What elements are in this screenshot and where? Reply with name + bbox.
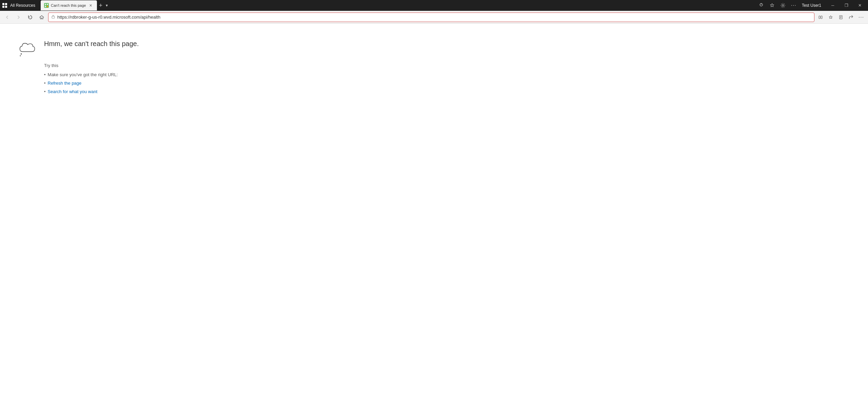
svg-point-9 [20, 53, 21, 55]
user-label: Test User1 [800, 3, 823, 8]
list-item-refresh: Refresh the page [44, 81, 186, 86]
forward-button[interactable] [14, 12, 24, 22]
refresh-button[interactable] [25, 12, 35, 22]
read-view-button[interactable] [816, 13, 825, 22]
svg-rect-8 [821, 16, 822, 19]
home-button[interactable] [37, 12, 47, 22]
tab-dropdown-button[interactable]: ▾ [104, 3, 109, 8]
error-subtitle: Try this [44, 63, 186, 68]
address-bar[interactable] [48, 13, 814, 22]
back-button[interactable] [2, 12, 12, 22]
share-button[interactable] [846, 13, 856, 22]
minimize-button[interactable]: ─ [826, 0, 840, 11]
title-bar-left: All Resources Can't reach this page × + [1, 0, 756, 11]
error-content: Hmm, we can't reach this page. Try this … [0, 24, 203, 111]
svg-rect-2 [47, 4, 48, 5]
apps-label: All Resources [10, 3, 35, 8]
content-area: Hmm, we can't reach this page. Try this … [0, 24, 868, 411]
error-title: Hmm, we can't reach this page. [44, 40, 139, 48]
settings-button[interactable] [778, 1, 788, 10]
window-controls: ─ ❐ ✕ [826, 0, 867, 11]
lock-icon [51, 15, 55, 20]
close-button[interactable]: ✕ [853, 0, 867, 11]
title-bar: All Resources Can't reach this page × + [0, 0, 868, 11]
address-input[interactable] [57, 15, 811, 20]
nav-right-icons: ··· [816, 13, 866, 22]
nav-bar: ··· [0, 11, 868, 24]
list-item-search: Search for what you want [44, 89, 186, 94]
new-tab-button[interactable]: + [97, 2, 105, 8]
favorites-button[interactable] [826, 13, 835, 22]
error-list: Make sure you've got the right URL: Refr… [44, 72, 186, 94]
apps-icon[interactable] [1, 2, 8, 9]
restore-button[interactable]: ❐ [840, 0, 853, 11]
tab-close-button[interactable]: × [88, 3, 94, 8]
svg-point-5 [782, 5, 784, 6]
extensions-button[interactable] [756, 1, 766, 10]
cloud-icon [17, 37, 37, 58]
svg-rect-3 [45, 6, 46, 7]
tab-favicon [44, 3, 49, 8]
browser-more-button[interactable]: ··· [856, 13, 866, 22]
svg-rect-6 [52, 16, 55, 18]
title-bar-right: ··· Test User1 ─ ❐ ✕ [756, 0, 867, 11]
svg-rect-4 [47, 6, 48, 7]
favorites-pin-button[interactable] [767, 1, 777, 10]
svg-rect-7 [819, 16, 820, 19]
add-notes-button[interactable] [836, 13, 846, 22]
tab-bar: Can't reach this page × + ▾ [41, 0, 109, 11]
svg-point-10 [20, 55, 21, 56]
error-header: Hmm, we can't reach this page. [17, 37, 186, 58]
list-item-url: Make sure you've got the right URL: [44, 72, 186, 77]
more-button[interactable]: ··· [789, 1, 799, 10]
refresh-page-link[interactable]: Refresh the page [48, 81, 82, 86]
active-tab[interactable]: Can't reach this page × [41, 0, 97, 10]
tab-label: Can't reach this page [51, 3, 86, 7]
svg-rect-1 [45, 4, 46, 5]
search-link[interactable]: Search for what you want [48, 89, 98, 94]
